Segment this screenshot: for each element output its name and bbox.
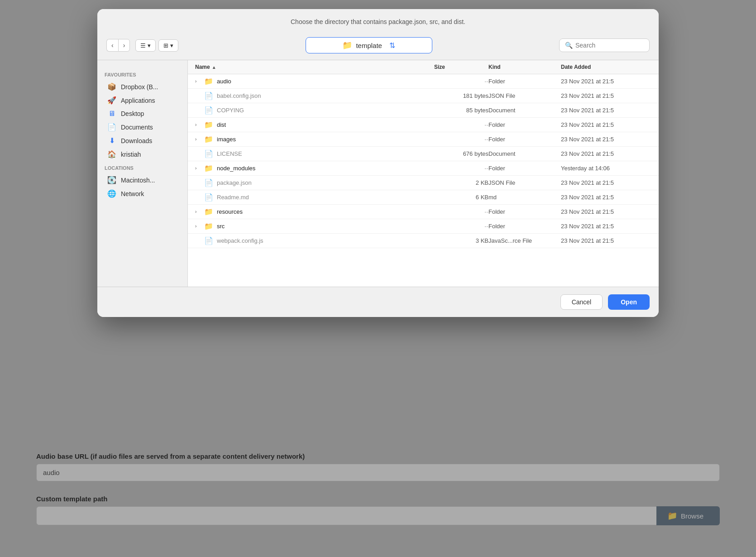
file-name: package.json [217,179,252,186]
location-bar: 📁 template ⇅ [184,37,554,53]
expand-arrow-icon[interactable]: › [195,166,201,171]
file-kind: Folder [488,121,561,128]
disk-icon: 💽 [107,176,116,184]
list-view-button[interactable]: ☰ ▾ [135,39,156,52]
file-size: 3 KB [434,237,488,244]
file-icon: 📄 [204,91,213,100]
search-input[interactable] [575,42,643,49]
expand-arrow-icon[interactable]: › [195,224,201,229]
location-pill[interactable]: 📁 template ⇅ [306,37,432,53]
file-rows-container: ›📁audio--Folder23 Nov 2021 at 21:5📄babel… [188,74,659,248]
table-row[interactable]: 📄LICENSE676 bytesDocument23 Nov 2021 at … [188,147,659,161]
file-size: -- [434,223,488,230]
table-row[interactable]: 📄COPYING85 bytesDocument23 Nov 2021 at 2… [188,103,659,118]
file-name: babel.config.json [217,92,261,99]
name-column-header[interactable]: Name ▲ [195,64,434,70]
grid-view-dropdown: ▾ [170,42,173,49]
file-name-cell: 📄webpack.config.js [195,236,434,245]
date-column-header[interactable]: Date Added [561,64,651,70]
file-date: 23 Nov 2021 at 21:5 [561,179,651,186]
file-size: -- [434,78,488,85]
file-name: audio [217,78,231,85]
dialog-header: Choose the directory that contains packa… [97,9,659,60]
expand-arrow-icon[interactable]: › [195,137,201,142]
file-icon: 📄 [204,149,213,158]
dropbox-icon: 📦 [107,82,116,91]
file-name: LICENSE [217,150,242,157]
file-name-cell: 📄COPYING [195,106,434,115]
table-row[interactable]: 📄babel.config.json181 bytesJSON File23 N… [188,89,659,103]
sidebar-item-applications[interactable]: 🚀 Applications [100,94,185,107]
sidebar-item-downloads[interactable]: ⬇ Downloads [100,134,185,147]
file-name: resources [217,208,243,215]
sidebar-item-label: Downloads [121,137,152,144]
file-name-cell: ›📁dist [195,120,434,129]
search-box[interactable]: 🔍 [559,38,650,52]
expand-arrow-icon[interactable]: › [195,209,201,214]
sidebar-item-documents[interactable]: 📄 Documents [100,120,185,134]
sidebar-item-macintosh[interactable]: 💽 Macintosh... [100,173,185,187]
file-size: -- [434,136,488,143]
file-size: 676 bytes [434,150,488,157]
sidebar-item-label: Dropbox (B... [121,83,158,91]
table-row[interactable]: ›📁resources--Folder23 Nov 2021 at 21:5 [188,205,659,219]
file-kind: Folder [488,208,561,215]
locations-label: Locations [97,165,187,171]
sidebar-item-label: Documents [121,124,153,131]
sidebar-item-network[interactable]: 🌐 Network [100,187,185,200]
applications-icon: 🚀 [107,96,116,105]
file-date: 23 Nov 2021 at 21:5 [561,150,651,157]
table-row[interactable]: 📄package.json2 KBJSON File23 Nov 2021 at… [188,176,659,190]
sidebar-item-label: kristiah [121,151,141,158]
sidebar-item-desktop[interactable]: 🖥 Desktop [100,107,185,120]
file-date: 23 Nov 2021 at 21:5 [561,223,651,230]
file-date: 23 Nov 2021 at 21:5 [561,78,651,85]
file-name-cell: ›📁audio [195,77,434,86]
file-name: node_modules [217,165,255,172]
open-button[interactable]: Open [608,294,650,310]
file-kind: Folder [488,165,561,172]
table-row[interactable]: ›📁audio--Folder23 Nov 2021 at 21:5 [188,74,659,89]
documents-icon: 📄 [107,123,116,131]
file-name-cell: ›📁resources [195,207,434,216]
dialog-title: Choose the directory that contains packa… [97,18,659,25]
dialog-body: Favourites 📦 Dropbox (B... 🚀 Application… [97,60,659,287]
nav-forward-button[interactable]: › [118,39,130,52]
nav-back-button[interactable]: ‹ [106,39,118,52]
folder-icon: 📁 [204,120,213,129]
file-size: 181 bytes [434,92,488,99]
folder-icon: 📁 [204,135,213,144]
file-kind: md [488,194,561,201]
size-column-header[interactable]: Size [434,64,488,70]
expand-arrow-icon[interactable]: › [195,122,201,127]
sidebar-item-label: Desktop [121,110,144,117]
grid-view-icon: ⊞ [163,42,168,49]
file-size: 2 KB [434,179,488,186]
file-date: Yesterday at 14:06 [561,165,651,172]
nav-buttons: ‹ › [106,39,130,52]
dialog-overlay: Choose the directory that contains packa… [0,0,756,557]
table-row[interactable]: 📄Readme.md6 KBmd23 Nov 2021 at 21:5 [188,190,659,205]
grid-view-button[interactable]: ⊞ ▾ [158,39,178,52]
file-kind: Folder [488,223,561,230]
file-icon: 📄 [204,106,213,115]
file-list-container: Name ▲ Size Kind Date Added ›📁audio--Fol… [188,60,659,287]
folder-icon: 📁 [204,222,213,230]
location-name: template [356,42,382,49]
table-row[interactable]: ›📁images--Folder23 Nov 2021 at 21:5 [188,132,659,147]
table-row[interactable]: 📄webpack.config.js3 KBJavaSc...rce File2… [188,234,659,248]
kind-column-header[interactable]: Kind [488,64,561,70]
cancel-button[interactable]: Cancel [560,294,603,310]
sidebar-item-dropbox[interactable]: 📦 Dropbox (B... [100,80,185,93]
file-name-cell: 📄Readme.md [195,193,434,202]
file-kind: JSON File [488,179,561,186]
table-row[interactable]: ›📁node_modules--FolderYesterday at 14:06 [188,161,659,176]
sidebar-item-label: Network [121,190,144,197]
file-kind: Folder [488,78,561,85]
file-name: src [217,223,225,230]
file-date: 23 Nov 2021 at 21:5 [561,208,651,215]
table-row[interactable]: ›📁src--Folder23 Nov 2021 at 21:5 [188,219,659,234]
sidebar-item-kristiah[interactable]: 🏠 kristiah [100,148,185,161]
expand-arrow-icon[interactable]: › [195,79,201,84]
table-row[interactable]: ›📁dist--Folder23 Nov 2021 at 21:5 [188,118,659,132]
